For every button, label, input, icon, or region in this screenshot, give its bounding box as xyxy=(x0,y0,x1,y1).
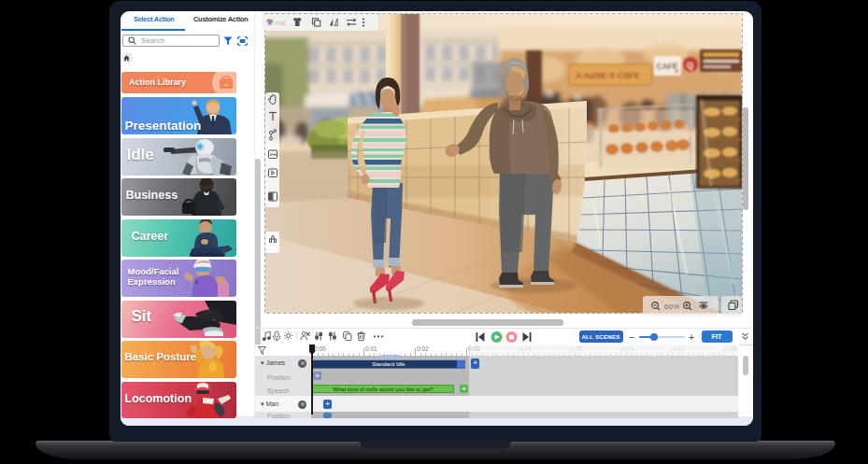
svg-text:60%: 60% xyxy=(664,302,679,311)
svg-text:mat..: mat.. xyxy=(276,20,290,26)
